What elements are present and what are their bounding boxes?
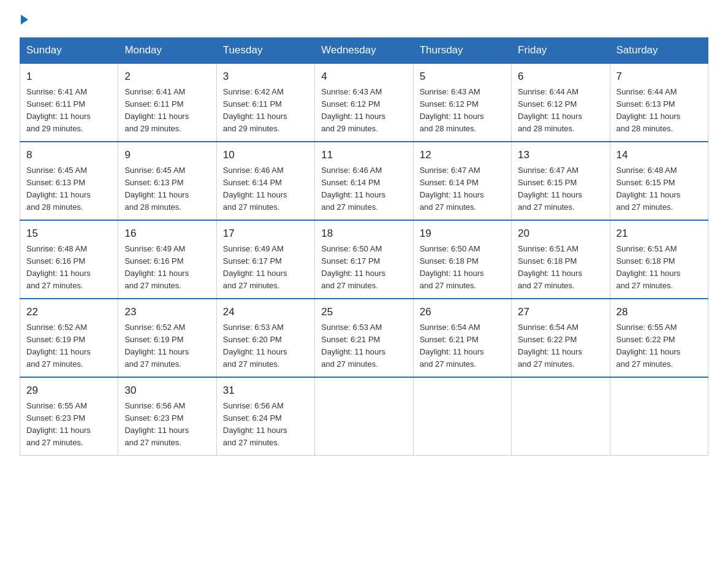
day-info: Sunrise: 6:45 AMSunset: 6:13 PMDaylight:… bbox=[124, 166, 189, 212]
day-info: Sunrise: 6:47 AMSunset: 6:14 PMDaylight:… bbox=[420, 166, 484, 212]
day-number: 21 bbox=[616, 226, 702, 242]
calendar-cell: 26 Sunrise: 6:54 AMSunset: 6:21 PMDaylig… bbox=[413, 299, 511, 377]
calendar-cell: 21 Sunrise: 6:51 AMSunset: 6:18 PMDaylig… bbox=[610, 220, 708, 299]
day-number: 5 bbox=[420, 69, 505, 85]
day-number: 27 bbox=[518, 304, 603, 320]
day-info: Sunrise: 6:56 AMSunset: 6:24 PMDaylight:… bbox=[223, 401, 287, 447]
day-number: 30 bbox=[124, 383, 210, 399]
calendar-cell: 8 Sunrise: 6:45 AMSunset: 6:13 PMDayligh… bbox=[20, 142, 118, 220]
day-number: 2 bbox=[124, 69, 210, 85]
calendar-cell: 12 Sunrise: 6:47 AMSunset: 6:14 PMDaylig… bbox=[413, 142, 511, 220]
calendar-cell: 9 Sunrise: 6:45 AMSunset: 6:13 PMDayligh… bbox=[118, 142, 216, 220]
calendar-cell: 17 Sunrise: 6:49 AMSunset: 6:17 PMDaylig… bbox=[216, 220, 314, 299]
day-number: 1 bbox=[26, 69, 112, 85]
weekday-header-row: SundayMondayTuesdayWednesdayThursdayFrid… bbox=[20, 38, 708, 64]
weekday-header-thursday: Thursday bbox=[413, 38, 511, 64]
calendar-cell: 11 Sunrise: 6:46 AMSunset: 6:14 PMDaylig… bbox=[315, 142, 413, 220]
day-info: Sunrise: 6:45 AMSunset: 6:13 PMDaylight:… bbox=[26, 166, 91, 212]
calendar-cell: 13 Sunrise: 6:47 AMSunset: 6:15 PMDaylig… bbox=[512, 142, 610, 220]
weekday-header-tuesday: Tuesday bbox=[216, 38, 314, 64]
day-number: 6 bbox=[518, 69, 603, 85]
day-info: Sunrise: 6:41 AMSunset: 6:11 PMDaylight:… bbox=[124, 87, 189, 133]
day-info: Sunrise: 6:43 AMSunset: 6:12 PMDaylight:… bbox=[420, 87, 484, 133]
day-number: 25 bbox=[321, 304, 406, 320]
weekday-header-saturday: Saturday bbox=[610, 38, 708, 64]
calendar-cell: 22 Sunrise: 6:52 AMSunset: 6:19 PMDaylig… bbox=[20, 299, 118, 377]
day-number: 24 bbox=[223, 304, 308, 320]
day-number: 20 bbox=[518, 226, 603, 242]
day-number: 18 bbox=[321, 226, 406, 242]
day-number: 10 bbox=[223, 147, 308, 163]
calendar-cell: 28 Sunrise: 6:55 AMSunset: 6:22 PMDaylig… bbox=[610, 299, 708, 377]
day-number: 17 bbox=[223, 226, 308, 242]
calendar-cell: 6 Sunrise: 6:44 AMSunset: 6:12 PMDayligh… bbox=[512, 63, 610, 142]
calendar-cell: 25 Sunrise: 6:53 AMSunset: 6:21 PMDaylig… bbox=[315, 299, 413, 377]
calendar-cell bbox=[315, 377, 413, 456]
day-info: Sunrise: 6:48 AMSunset: 6:16 PMDaylight:… bbox=[26, 244, 91, 290]
day-info: Sunrise: 6:55 AMSunset: 6:22 PMDaylight:… bbox=[616, 323, 681, 369]
weekday-header-wednesday: Wednesday bbox=[315, 38, 413, 64]
calendar-cell bbox=[413, 377, 511, 456]
day-info: Sunrise: 6:41 AMSunset: 6:11 PMDaylight:… bbox=[26, 87, 91, 133]
day-info: Sunrise: 6:49 AMSunset: 6:17 PMDaylight:… bbox=[223, 244, 287, 290]
calendar-week-row: 22 Sunrise: 6:52 AMSunset: 6:19 PMDaylig… bbox=[20, 299, 708, 377]
day-info: Sunrise: 6:50 AMSunset: 6:17 PMDaylight:… bbox=[321, 244, 385, 290]
calendar-week-row: 8 Sunrise: 6:45 AMSunset: 6:13 PMDayligh… bbox=[20, 142, 708, 220]
calendar-cell: 5 Sunrise: 6:43 AMSunset: 6:12 PMDayligh… bbox=[413, 63, 511, 142]
day-info: Sunrise: 6:56 AMSunset: 6:23 PMDaylight:… bbox=[124, 401, 189, 447]
calendar-cell: 7 Sunrise: 6:44 AMSunset: 6:13 PMDayligh… bbox=[610, 63, 708, 142]
day-number: 9 bbox=[124, 147, 210, 163]
calendar-week-row: 1 Sunrise: 6:41 AMSunset: 6:11 PMDayligh… bbox=[20, 63, 708, 142]
day-info: Sunrise: 6:51 AMSunset: 6:18 PMDaylight:… bbox=[518, 244, 582, 290]
day-info: Sunrise: 6:42 AMSunset: 6:11 PMDaylight:… bbox=[223, 87, 287, 133]
day-number: 13 bbox=[518, 147, 603, 163]
day-number: 15 bbox=[26, 226, 112, 242]
calendar-cell: 30 Sunrise: 6:56 AMSunset: 6:23 PMDaylig… bbox=[118, 377, 216, 456]
day-info: Sunrise: 6:53 AMSunset: 6:20 PMDaylight:… bbox=[223, 323, 287, 369]
day-number: 23 bbox=[124, 304, 210, 320]
calendar-cell: 18 Sunrise: 6:50 AMSunset: 6:17 PMDaylig… bbox=[315, 220, 413, 299]
calendar-table: SundayMondayTuesdayWednesdayThursdayFrid… bbox=[20, 37, 708, 456]
calendar-cell: 1 Sunrise: 6:41 AMSunset: 6:11 PMDayligh… bbox=[20, 63, 118, 142]
calendar-cell: 3 Sunrise: 6:42 AMSunset: 6:11 PMDayligh… bbox=[216, 63, 314, 142]
weekday-header-monday: Monday bbox=[118, 38, 216, 64]
calendar-cell: 27 Sunrise: 6:54 AMSunset: 6:22 PMDaylig… bbox=[512, 299, 610, 377]
calendar-cell bbox=[512, 377, 610, 456]
calendar-week-row: 29 Sunrise: 6:55 AMSunset: 6:23 PMDaylig… bbox=[20, 377, 708, 456]
weekday-header-sunday: Sunday bbox=[20, 38, 118, 64]
day-info: Sunrise: 6:46 AMSunset: 6:14 PMDaylight:… bbox=[223, 166, 287, 212]
day-number: 8 bbox=[26, 147, 112, 163]
logo bbox=[20, 15, 28, 26]
day-number: 26 bbox=[420, 304, 505, 320]
day-number: 16 bbox=[124, 226, 210, 242]
day-number: 31 bbox=[223, 383, 308, 399]
day-number: 3 bbox=[223, 69, 308, 85]
day-info: Sunrise: 6:52 AMSunset: 6:19 PMDaylight:… bbox=[26, 323, 91, 369]
day-number: 14 bbox=[616, 147, 702, 163]
day-info: Sunrise: 6:46 AMSunset: 6:14 PMDaylight:… bbox=[321, 166, 385, 212]
calendar-cell: 20 Sunrise: 6:51 AMSunset: 6:18 PMDaylig… bbox=[512, 220, 610, 299]
day-info: Sunrise: 6:54 AMSunset: 6:21 PMDaylight:… bbox=[420, 323, 484, 369]
calendar-cell: 19 Sunrise: 6:50 AMSunset: 6:18 PMDaylig… bbox=[413, 220, 511, 299]
day-info: Sunrise: 6:54 AMSunset: 6:22 PMDaylight:… bbox=[518, 323, 582, 369]
calendar-cell: 4 Sunrise: 6:43 AMSunset: 6:12 PMDayligh… bbox=[315, 63, 413, 142]
day-info: Sunrise: 6:51 AMSunset: 6:18 PMDaylight:… bbox=[616, 244, 681, 290]
day-info: Sunrise: 6:47 AMSunset: 6:15 PMDaylight:… bbox=[518, 166, 582, 212]
day-info: Sunrise: 6:52 AMSunset: 6:19 PMDaylight:… bbox=[124, 323, 189, 369]
day-info: Sunrise: 6:50 AMSunset: 6:18 PMDaylight:… bbox=[420, 244, 484, 290]
day-number: 11 bbox=[321, 147, 406, 163]
calendar-cell: 15 Sunrise: 6:48 AMSunset: 6:16 PMDaylig… bbox=[20, 220, 118, 299]
calendar-week-row: 15 Sunrise: 6:48 AMSunset: 6:16 PMDaylig… bbox=[20, 220, 708, 299]
calendar-cell: 2 Sunrise: 6:41 AMSunset: 6:11 PMDayligh… bbox=[118, 63, 216, 142]
day-info: Sunrise: 6:43 AMSunset: 6:12 PMDaylight:… bbox=[321, 87, 385, 133]
day-number: 7 bbox=[616, 69, 702, 85]
day-number: 12 bbox=[420, 147, 505, 163]
day-info: Sunrise: 6:48 AMSunset: 6:15 PMDaylight:… bbox=[616, 166, 681, 212]
day-number: 22 bbox=[26, 304, 112, 320]
calendar-cell: 16 Sunrise: 6:49 AMSunset: 6:16 PMDaylig… bbox=[118, 220, 216, 299]
day-info: Sunrise: 6:44 AMSunset: 6:12 PMDaylight:… bbox=[518, 87, 582, 133]
calendar-cell: 14 Sunrise: 6:48 AMSunset: 6:15 PMDaylig… bbox=[610, 142, 708, 220]
day-number: 19 bbox=[420, 226, 505, 242]
page-header bbox=[20, 15, 708, 26]
day-number: 28 bbox=[616, 304, 702, 320]
